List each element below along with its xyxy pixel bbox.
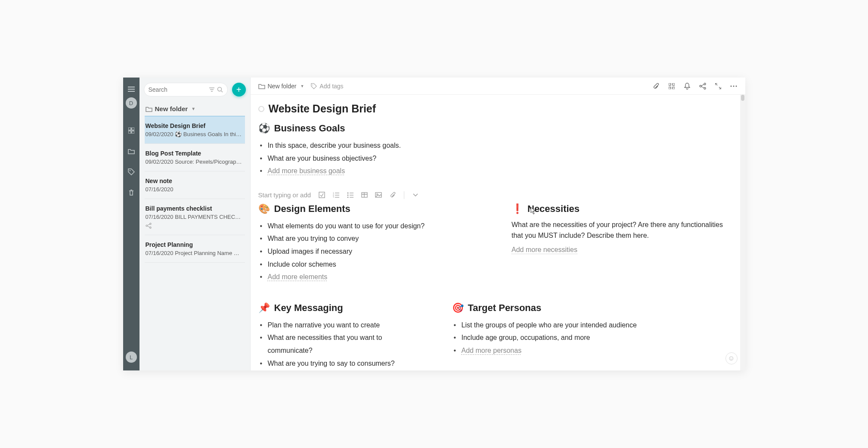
- svg-point-8: [149, 227, 151, 229]
- add-necessities-placeholder[interactable]: Add more necessities: [512, 246, 577, 254]
- folder-icon: [258, 83, 265, 89]
- note-list: Website Design Brief09/02/2020 ⚽ Busines…: [140, 116, 250, 263]
- list-item[interactable]: What are your business objectives?: [268, 152, 726, 165]
- menu-icon[interactable]: [126, 84, 137, 95]
- avatar[interactable]: D: [126, 97, 137, 109]
- note-list-item[interactable]: Project Planning07/16/2020 Project Plann…: [145, 235, 245, 263]
- target-icon: 🎯: [452, 302, 464, 314]
- note-meta: 07/16/2020 BILL PAYMENTS CHECKLIS...: [146, 214, 242, 220]
- list-item[interactable]: What are necessities that you want to co…: [268, 331, 413, 357]
- svg-point-18: [733, 85, 734, 87]
- section-paragraph[interactable]: What are the necessities of your project…: [512, 220, 726, 241]
- section-title[interactable]: Necessities: [527, 203, 580, 215]
- svg-rect-3: [132, 131, 134, 134]
- page-title[interactable]: Website Design Brief: [269, 103, 376, 115]
- soccer-icon: ⚽: [258, 123, 270, 134]
- note-title: Blog Post Template: [146, 150, 242, 157]
- checkbox-icon[interactable]: [318, 191, 326, 199]
- tag-icon[interactable]: [126, 166, 137, 177]
- search-input[interactable]: [144, 83, 228, 96]
- scrollbar-thumb[interactable]: [741, 95, 744, 101]
- filter-icon[interactable]: [209, 87, 214, 92]
- search-icon[interactable]: [217, 87, 223, 93]
- svg-point-4: [129, 170, 130, 171]
- note-list-item[interactable]: New note07/16/2020: [145, 171, 245, 199]
- mini-sidebar: D L: [123, 78, 140, 370]
- section-design-elements: 🎨 Design Elements What elements do you w…: [258, 203, 473, 283]
- exclamation-icon: ❗: [512, 203, 523, 215]
- editor-panel: New folder ▼ Add tags: [251, 78, 745, 370]
- svg-rect-12: [669, 87, 671, 89]
- list-item[interactable]: Include color schemes: [268, 258, 473, 271]
- note-title: Bill payments checklist: [146, 205, 242, 212]
- avatar[interactable]: L: [126, 352, 137, 363]
- breadcrumb-label: New folder: [268, 83, 297, 90]
- breadcrumb[interactable]: New folder ▼: [258, 83, 304, 90]
- bullet-list-icon[interactable]: [346, 191, 354, 199]
- add-tags-button[interactable]: Add tags: [311, 83, 343, 90]
- list-item[interactable]: What are you trying to say to consumers?: [268, 357, 413, 370]
- emoji-picker-button[interactable]: ☺: [725, 352, 738, 364]
- list-item-placeholder[interactable]: Add more elements: [268, 271, 473, 283]
- app-window: D L +: [123, 78, 745, 370]
- list-item[interactable]: Upload images if necessary: [268, 245, 473, 258]
- pushpin-icon: 📌: [258, 302, 270, 314]
- task-circle-icon[interactable]: [258, 106, 264, 112]
- list-item[interactable]: List the groups of people who are your i…: [462, 319, 726, 332]
- note-list-item[interactable]: Bill payments checklist07/16/2020 BILL P…: [145, 199, 245, 235]
- chevron-down-icon[interactable]: [412, 191, 419, 199]
- section-title[interactable]: Business Goals: [274, 123, 345, 134]
- svg-point-15: [700, 85, 701, 87]
- list-item[interactable]: Include age group, occupations, and more: [462, 331, 726, 344]
- share-icon: [146, 223, 242, 229]
- list-item-placeholder[interactable]: Add more personas: [462, 344, 726, 357]
- note-list-panel: + New folder ▼ Website Design Brief09/02…: [140, 78, 251, 370]
- chevron-down-icon: ▼: [300, 84, 304, 88]
- more-icon[interactable]: [730, 82, 738, 90]
- trash-icon[interactable]: [126, 187, 137, 198]
- svg-point-26: [347, 197, 348, 198]
- bell-icon[interactable]: [683, 82, 691, 90]
- svg-rect-0: [128, 128, 131, 130]
- section-title[interactable]: Key Messaging: [274, 302, 343, 314]
- note-meta: 09/02/2020 ⚽ Business Goals In this s...: [146, 131, 242, 137]
- table-icon[interactable]: [360, 191, 368, 199]
- apps-icon[interactable]: [668, 82, 676, 90]
- numbered-list-icon[interactable]: 123: [332, 191, 340, 199]
- apps-icon[interactable]: [126, 125, 137, 136]
- svg-rect-1: [132, 128, 134, 130]
- section-title[interactable]: Target Personas: [468, 302, 542, 314]
- section-title[interactable]: Design Elements: [274, 203, 350, 215]
- list-item[interactable]: What are you trying to convey: [268, 232, 473, 245]
- search-field[interactable]: [149, 86, 209, 93]
- editor-header: New folder ▼ Add tags: [251, 78, 745, 95]
- svg-text:3: 3: [333, 196, 334, 198]
- note-meta: 07/16/2020: [146, 186, 242, 193]
- svg-rect-2: [128, 131, 131, 134]
- note-meta: 07/16/2020 Project Planning Name of ...: [146, 250, 242, 256]
- note-list-item[interactable]: Blog Post Template09/02/2020 Source: Pex…: [145, 144, 245, 171]
- tag-icon: [311, 83, 317, 89]
- section-necessities: ❗ Necessities What are the necessities o…: [512, 203, 726, 255]
- list-item-placeholder[interactable]: Add more business goals: [268, 165, 726, 177]
- scrollbar-track[interactable]: [740, 95, 745, 370]
- document-body[interactable]: Website Design Brief ⚽ Business Goals In…: [251, 95, 745, 370]
- expand-icon[interactable]: [714, 82, 722, 90]
- attachment-icon[interactable]: [652, 82, 660, 90]
- svg-point-5: [217, 87, 221, 91]
- share-icon[interactable]: [699, 82, 707, 90]
- folder-icon[interactable]: [126, 146, 137, 157]
- note-list-item[interactable]: Website Design Brief09/02/2020 ⚽ Busines…: [145, 116, 245, 144]
- list-item[interactable]: What elements do you want to use for you…: [268, 220, 473, 233]
- list-item[interactable]: In this space, describe your business go…: [268, 139, 726, 152]
- folder-breadcrumb[interactable]: New folder ▼: [140, 101, 250, 116]
- attachment-icon[interactable]: [389, 191, 397, 199]
- add-tags-label: Add tags: [319, 83, 343, 90]
- list-item[interactable]: Plan the narrative you want to create: [268, 319, 413, 332]
- add-note-button[interactable]: +: [232, 83, 246, 96]
- section-target-personas: 🎯 Target Personas List the groups of peo…: [452, 302, 726, 357]
- image-icon[interactable]: [375, 191, 382, 199]
- svg-point-7: [146, 225, 147, 227]
- palette-icon: 🎨: [258, 203, 270, 215]
- note-title: New note: [146, 177, 242, 184]
